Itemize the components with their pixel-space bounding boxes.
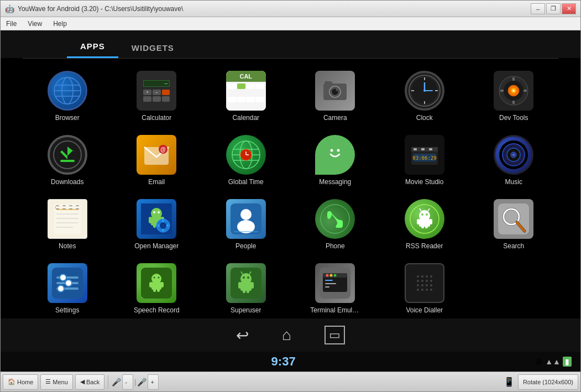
svg-point-144 (417, 275, 419, 278)
svg-point-59 (512, 154, 515, 156)
mic-icon2: 🎤 (137, 378, 146, 386)
svg-point-159 (430, 289, 432, 291)
taskbar-home-button[interactable]: 🏠 Home (3, 374, 38, 390)
menu-view[interactable]: View (25, 19, 44, 29)
app-openmanager[interactable]: Open Manager (112, 192, 202, 257)
svg-point-156 (417, 289, 419, 291)
app-settings[interactable]: Settings (23, 257, 112, 318)
taskbar-menu-button[interactable]: ☰ Menu (40, 374, 73, 390)
app-calendar-label: Calendar (232, 114, 259, 122)
apps-grid: Browser – + – Calcul (1, 59, 580, 318)
svg-point-19 (423, 90, 426, 92)
svg-point-150 (426, 280, 428, 282)
svg-marker-44 (322, 164, 332, 170)
svg-rect-142 (325, 286, 329, 288)
menu-file[interactable]: File (4, 19, 19, 29)
tab-apps[interactable]: APPS (67, 37, 118, 58)
svg-rect-50 (413, 148, 417, 150)
app-notes[interactable]: Notes (23, 192, 112, 257)
app-music[interactable]: Music (469, 128, 559, 192)
svg-point-122 (158, 277, 160, 279)
svg-point-131 (247, 276, 249, 279)
app-terminal[interactable]: Terminal Emula... (291, 257, 380, 318)
app-camera-label: Camera (323, 114, 347, 122)
svg-line-100 (420, 208, 421, 211)
svg-point-147 (430, 275, 432, 278)
rotate-button[interactable]: Rotate (1024x600) (518, 374, 578, 390)
app-rssreader[interactable]: RSS Reader (380, 192, 469, 257)
device-icon: 📱 (504, 377, 515, 387)
menu-help[interactable]: Help (51, 19, 69, 29)
app-moviestudio[interactable]: 03:06:29 Movie Studio (380, 128, 469, 192)
status-time: 9:37 (271, 354, 296, 369)
svg-rect-70 (56, 206, 81, 208)
mic-decrease-button[interactable]: - (122, 374, 133, 390)
svg-point-148 (417, 280, 419, 282)
svg-rect-97 (425, 224, 428, 228)
app-browser-label: Browser (55, 114, 80, 122)
app-messaging[interactable]: Messaging (291, 128, 380, 192)
mic-increase-button[interactable]: + (148, 374, 159, 390)
svg-rect-89 (234, 231, 258, 232)
home-nav-button[interactable]: ⌂ (282, 326, 291, 344)
app-email[interactable]: @ Email (112, 128, 202, 192)
app-settings-label: Settings (55, 306, 79, 314)
svg-rect-128 (243, 289, 245, 293)
app-superuser[interactable]: Superuser (201, 257, 291, 318)
svg-point-139 (334, 274, 337, 277)
app-speechrecord[interactable]: Speech Record (112, 257, 202, 318)
app-people[interactable]: People (201, 192, 291, 257)
app-music-label: Music (505, 178, 522, 186)
app-calculator[interactable]: – + – Calculator (112, 64, 202, 128)
svg-rect-125 (240, 282, 252, 291)
svg-rect-28 (524, 90, 527, 92)
app-browser[interactable]: Browser (23, 64, 112, 128)
app-phone[interactable]: Phone (291, 192, 380, 257)
app-devtools[interactable]: Dev Tools (469, 64, 559, 128)
tab-widgets[interactable]: WIDGETS (118, 39, 187, 58)
svg-point-45 (327, 145, 343, 160)
tabs-bar: APPS WIDGETS (1, 30, 580, 58)
app-terminal-label: Terminal Emula... (310, 306, 360, 314)
close-button[interactable]: ✕ (562, 3, 576, 14)
menu-bar: File View Help (1, 17, 580, 30)
main-window: 🤖 YouWave for Android (3.20) - C:\Users\… (0, 0, 581, 392)
svg-text:@: @ (160, 147, 166, 153)
battery-icon: ▮ (563, 357, 572, 367)
app-downloads[interactable]: Downloads (23, 128, 112, 192)
svg-rect-85 (166, 224, 169, 227)
taskbar: 🏠 Home ☰ Menu ◀ Back 🎤 - | 🎤 + 📱 Rotate … (1, 372, 580, 391)
home-taskbar-icon: 🏠 (8, 378, 15, 385)
mic-divider: | (134, 378, 136, 386)
svg-rect-118 (160, 282, 164, 288)
svg-point-145 (421, 275, 423, 278)
app-openmanager-label: Open Manager (134, 242, 179, 250)
minimize-button[interactable]: – (531, 3, 545, 14)
svg-point-79 (158, 211, 160, 213)
app-speechrecord-label: Speech Record (134, 306, 180, 314)
svg-rect-74 (149, 217, 152, 223)
recents-nav-button[interactable]: ▭ (324, 326, 345, 344)
taskbar-right: 📱 Rotate (1024x600) (504, 374, 578, 390)
app-calculator-label: Calculator (142, 114, 171, 122)
app-camera[interactable]: Camera (291, 64, 380, 128)
svg-point-47 (337, 149, 340, 152)
svg-point-87 (240, 209, 252, 220)
svg-rect-52 (429, 148, 432, 150)
app-notes-label: Notes (59, 242, 76, 250)
app-search[interactable]: Search (469, 192, 559, 257)
svg-point-10 (336, 90, 338, 91)
restore-button[interactable]: ❐ (546, 3, 561, 14)
taskbar-back-button[interactable]: ◀ Back (75, 374, 104, 390)
svg-rect-82 (162, 220, 164, 222)
app-globaltime[interactable]: Global Time (201, 128, 291, 192)
app-calendar[interactable]: CAL Calendar (201, 64, 291, 128)
svg-point-78 (153, 211, 155, 213)
app-superuser-label: Superuser (231, 306, 261, 314)
app-voicedialler-label: Voice Dialler (406, 306, 443, 314)
back-nav-button[interactable]: ↩ (236, 326, 249, 344)
app-clock[interactable]: Clock (380, 64, 469, 128)
app-search-label: Search (503, 242, 524, 250)
svg-rect-31 (60, 160, 75, 162)
app-voicedialler[interactable]: Voice Dialler (380, 257, 469, 318)
